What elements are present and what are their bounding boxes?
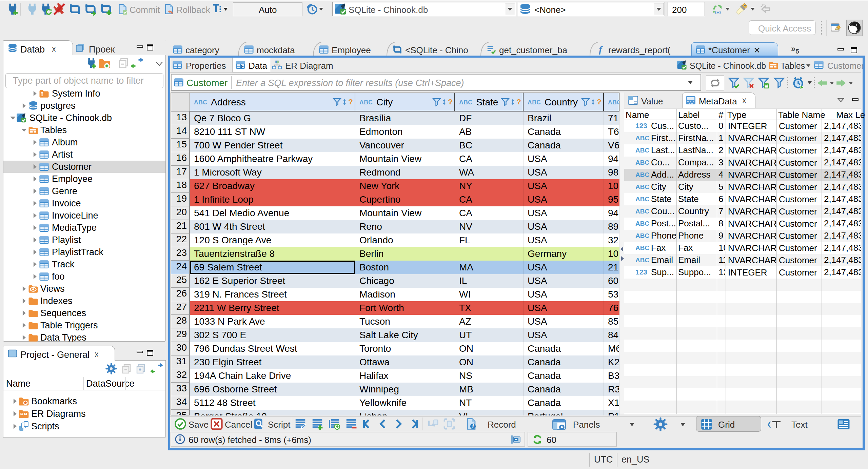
svg-text:ABC: ABC [635,257,649,264]
svg-text:ABC: ABC [194,99,207,106]
svg-text:ABC: ABC [635,244,649,251]
svg-text:ABC: ABC [635,159,649,166]
svg-text:ABC: ABC [635,135,649,142]
svg-text:f: f [599,44,603,55]
svg-text:ABC: ABC [635,183,649,190]
svg-text:ABC: ABC [635,220,649,227]
svg-text:i: i [472,423,474,430]
svg-text:ABC: ABC [635,196,649,203]
svg-text:?: ? [448,97,453,106]
svg-text:ABC: ABC [459,99,472,106]
svg-text:ABC: ABC [528,99,541,106]
svg-text:ABC: ABC [635,147,649,154]
svg-text:?: ? [348,97,353,106]
svg-text:ABC: ABC [635,171,649,178]
svg-text:123: 123 [635,268,647,276]
svg-text:123: 123 [635,122,647,129]
svg-text:ABC: ABC [635,232,649,239]
svg-text:?: ? [597,97,601,106]
svg-text:ABC: ABC [635,208,649,215]
svg-text:ABC: ABC [359,99,373,106]
svg-text:?: ? [516,97,521,106]
